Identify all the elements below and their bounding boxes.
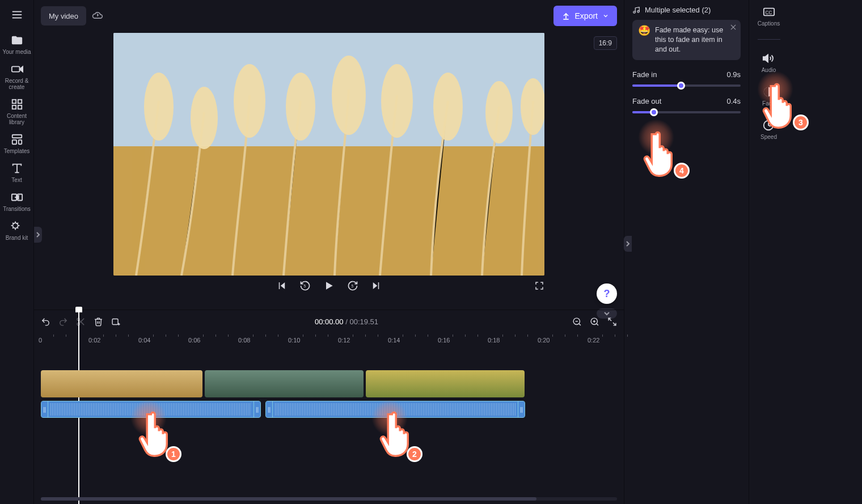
timecode: 00:00.00 / 00:19.51 <box>315 317 378 326</box>
aspect-ratio-selector[interactable]: 16:9 <box>594 36 617 50</box>
right-tabs: CC Captions Audio Fade Speed <box>749 0 788 504</box>
sidebar-item-library[interactable]: Content library <box>1 98 33 125</box>
svg-point-28 <box>521 78 544 135</box>
fade-icon <box>762 86 775 98</box>
cc-icon: CC <box>763 6 775 18</box>
svg-text:CC: CC <box>765 10 772 15</box>
top-bar: My video Export <box>34 0 624 32</box>
clip-handle-right[interactable]: || <box>253 401 260 417</box>
chevron-down-icon <box>602 12 609 19</box>
svg-rect-10 <box>12 140 16 144</box>
divider <box>758 39 780 40</box>
menu-icon[interactable] <box>6 3 28 26</box>
svg-line-50 <box>609 318 611 321</box>
svg-rect-6 <box>18 100 21 103</box>
rewind-5s-icon[interactable]: 5 <box>299 280 311 291</box>
undo-icon[interactable] <box>41 317 50 327</box>
project-title-text: My video <box>49 12 78 20</box>
fullscreen-icon[interactable] <box>534 281 544 291</box>
sidebar-item-media[interactable]: Your media <box>1 34 33 55</box>
sidebar-label: Record & create <box>1 78 33 90</box>
duration-time: 00:19.51 <box>349 317 378 326</box>
audio-clip[interactable]: |||| <box>265 401 525 418</box>
video-track[interactable] <box>41 370 617 397</box>
svg-rect-40 <box>112 319 118 324</box>
svg-point-52 <box>633 11 636 13</box>
svg-rect-8 <box>12 105 15 109</box>
zoom-fit-icon[interactable] <box>607 317 617 327</box>
svg-rect-35 <box>378 282 379 289</box>
svg-point-23 <box>286 73 315 141</box>
fade-out-label: Fade out <box>632 97 661 105</box>
trash-icon[interactable] <box>94 317 103 327</box>
aspect-ratio-label: 16:9 <box>599 39 612 47</box>
audio-clip[interactable]: |||| <box>41 401 261 418</box>
video-clip[interactable] <box>41 370 202 397</box>
svg-marker-16 <box>15 196 19 199</box>
svg-rect-19 <box>113 146 544 276</box>
svg-line-51 <box>613 322 616 325</box>
svg-point-20 <box>144 73 174 141</box>
close-icon[interactable] <box>729 23 737 31</box>
redo-icon[interactable] <box>58 317 68 327</box>
export-button[interactable]: Export <box>553 6 617 26</box>
svg-marker-32 <box>326 282 333 289</box>
timeline-scrollbar[interactable] <box>41 497 617 501</box>
zoom-out-icon[interactable] <box>572 317 582 327</box>
svg-point-24 <box>332 56 366 135</box>
video-clip[interactable] <box>366 370 525 397</box>
clip-handle-right[interactable]: || <box>518 401 525 417</box>
help-button[interactable]: ? <box>597 283 617 304</box>
right-panel-expand-handle[interactable] <box>624 236 632 252</box>
svg-line-47 <box>597 323 598 325</box>
svg-rect-3 <box>11 66 19 71</box>
preview-area: 16:9 5 5 ? <box>34 32 624 310</box>
tab-captions[interactable]: CC Captions <box>758 6 780 27</box>
clip-handle-left[interactable]: || <box>266 401 273 417</box>
project-title[interactable]: My video <box>41 6 86 26</box>
video-clip[interactable] <box>205 370 364 397</box>
sidebar-label: Brand kit <box>6 235 28 241</box>
video-preview[interactable] <box>113 33 544 276</box>
tab-speed[interactable]: Speed <box>760 119 777 140</box>
sidebar-label: Your media <box>2 49 31 55</box>
current-time: 00:00.00 <box>315 317 344 326</box>
zoom-in-icon[interactable] <box>590 317 599 327</box>
fade-out-slider[interactable] <box>632 111 741 113</box>
clip-handle-left[interactable]: || <box>41 401 48 417</box>
scissors-icon[interactable] <box>76 317 86 327</box>
sidebar-item-templates[interactable]: Templates <box>1 133 33 154</box>
left-sidebar: Your media Record & create Content libra… <box>0 0 34 504</box>
fade-in-control: Fade in 0.9s <box>632 70 741 87</box>
help-label: ? <box>604 288 610 300</box>
fade-in-slider[interactable] <box>632 84 741 87</box>
timeline-ruler[interactable]: 00:020:040:060:080:100:120:140:160:180:2… <box>41 333 617 348</box>
sidebar-item-transitions[interactable]: Transitions <box>1 191 33 212</box>
brandkit-icon <box>11 220 23 232</box>
speed-icon <box>762 119 775 132</box>
tab-fade[interactable]: Fade <box>762 86 775 107</box>
chevron-right-icon <box>626 241 630 247</box>
preview-thumbnail <box>113 33 544 276</box>
add-media-icon[interactable] <box>111 317 121 327</box>
skip-back-icon[interactable] <box>277 281 287 291</box>
sidebar-item-brandkit[interactable]: Brand kit <box>1 220 33 241</box>
properties-header: Multiple selected (2) <box>632 6 741 14</box>
fade-in-label: Fade in <box>632 70 657 79</box>
tab-label: Fade <box>762 100 775 107</box>
svg-rect-9 <box>12 135 22 138</box>
sidebar-label: Templates <box>4 148 30 154</box>
audio-track[interactable]: |||||||| <box>41 401 617 418</box>
upload-icon <box>561 11 571 20</box>
sidebar-item-text[interactable]: Text <box>1 162 33 183</box>
scrollbar-thumb[interactable] <box>41 497 536 501</box>
skip-forward-icon[interactable] <box>371 281 381 291</box>
svg-rect-5 <box>12 100 15 103</box>
cloud-sync-icon[interactable] <box>92 10 103 22</box>
tab-audio[interactable]: Audio <box>762 52 776 73</box>
sidebar-item-record[interactable]: Record & create <box>1 63 33 90</box>
play-icon[interactable] <box>323 280 335 291</box>
forward-5s-icon[interactable]: 5 <box>347 280 358 291</box>
export-label: Export <box>575 11 598 20</box>
fade-in-value: 0.9s <box>726 70 741 79</box>
